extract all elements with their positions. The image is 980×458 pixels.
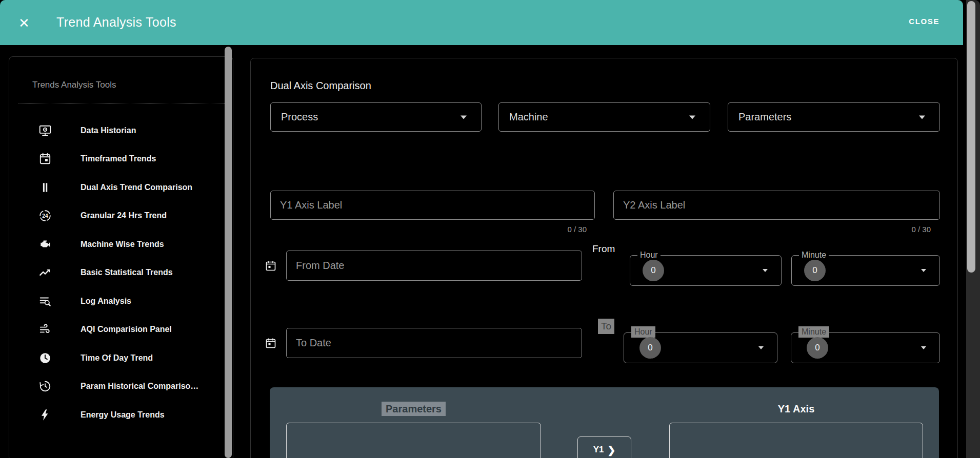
y2-char-counter: 0 / 30 [613, 225, 940, 234]
to-date-input[interactable] [287, 328, 582, 358]
close-button[interactable]: CLOSE [909, 17, 939, 26]
sidebar-item-energy-usage-trends[interactable]: Energy Usage Trends [9, 401, 225, 429]
to-minute-select[interactable]: Minute 0 [791, 332, 940, 363]
sidebar-item-label: Dual Axis Trend Comparison [81, 183, 192, 192]
sidebar-item-label: Energy Usage Trends [81, 410, 165, 420]
sidebar-list: Data Historian Timeframed Trends Dual Ax… [9, 116, 225, 429]
to-date-calendar-icon[interactable] [265, 337, 277, 349]
sidebar-scrollbar-thumb[interactable] [225, 47, 232, 458]
24-hours-icon: 24 [38, 209, 52, 222]
sidebar-item-label: Param Historical Compariso… [81, 382, 198, 391]
sidebar-title: Trends Analysis Tools [32, 80, 116, 90]
move-to-y1-button-label: Y1 [593, 445, 604, 455]
parameters-list-header-text: Parameters [382, 402, 446, 416]
from-section-label: From [592, 243, 615, 255]
to-minute-label: Minute [798, 326, 829, 338]
sidebar-item-granular-24hrs-trend[interactable]: 24 Granular 24 Hrs Trend [9, 202, 225, 231]
chevron-down-icon [919, 115, 925, 119]
chevron-down-icon [763, 269, 768, 272]
engine-icon [38, 238, 52, 251]
parameters-select-value: Parameters [738, 111, 791, 123]
parameters-select[interactable]: Parameters [728, 102, 940, 132]
chevron-down-icon [758, 346, 764, 349]
from-date-field [286, 251, 582, 281]
from-minute-select[interactable]: Minute 0 [791, 255, 940, 286]
sidebar-item-timeframed-trends[interactable]: Timeframed Trends [9, 145, 225, 174]
process-select[interactable]: Process [270, 102, 482, 132]
chevron-down-icon [921, 346, 926, 349]
y1-char-counter: 0 / 30 [270, 225, 595, 234]
dialog-header: ✕ Trend Analysis Tools CLOSE [0, 0, 963, 45]
sidebar-item-aqi-comparision-panel[interactable]: AQI Comparision Panel [9, 316, 225, 344]
y1-axis-list-header: Y1 Axis [669, 403, 923, 415]
close-x-icon[interactable]: ✕ [15, 14, 33, 32]
to-hour-value-chip: 0 [639, 337, 661, 359]
y2-axis-label-field [613, 191, 940, 220]
parameters-list-box[interactable] [286, 423, 541, 458]
sidebar-divider [18, 103, 225, 104]
parameters-list-header: Parameters [286, 403, 541, 415]
trend-analysis-dialog: ✕ Trend Analysis Tools CLOSE Trends Anal… [0, 0, 980, 458]
sidebar-item-log-analysis[interactable]: Log Analysis [9, 287, 225, 316]
sidebar-item-dual-axis-trend-comparison[interactable]: Dual Axis Trend Comparison [9, 173, 225, 202]
sidebar: Trends Analysis Tools Data Historian Tim… [9, 56, 233, 458]
y2-axis-label-input[interactable] [614, 191, 939, 219]
sidebar-item-time-of-day-trend[interactable]: Time Of Day Trend [9, 344, 225, 372]
page-scrollbar-thumb[interactable] [967, 1, 975, 273]
move-to-y1-button[interactable]: Y1 ❯ [577, 436, 631, 458]
air-icon [38, 323, 52, 336]
to-section-label: To [598, 319, 614, 334]
chevron-down-icon [689, 115, 695, 119]
history-icon [38, 380, 52, 393]
chevron-right-icon: ❯ [607, 444, 615, 456]
sidebar-item-label: Log Analysis [81, 297, 131, 306]
chevron-down-icon [921, 269, 926, 272]
from-date-input[interactable] [287, 251, 582, 280]
y1-axis-label-field [270, 191, 595, 220]
sidebar-item-label: Machine Wise Trends [81, 240, 164, 249]
sidebar-item-label: Time Of Day Trend [81, 353, 153, 363]
sidebar-item-data-historian[interactable]: Data Historian [9, 116, 225, 145]
sidebar-item-label: AQI Comparision Panel [81, 325, 172, 334]
sidebar-item-basic-statistical-trends[interactable]: Basic Statistical Trends [9, 259, 225, 287]
dual-axis-comparison-panel: Dual Axis Comparison Process Machine Par… [250, 58, 958, 458]
sidebar-item-param-historical-comparison[interactable]: Param Historical Compariso… [9, 372, 225, 401]
calendar-icon [38, 152, 52, 165]
chevron-down-icon [461, 115, 467, 119]
sidebar-item-machine-wise-trends[interactable]: Machine Wise Trends [9, 230, 225, 259]
machine-select[interactable]: Machine [498, 102, 710, 132]
to-minute-value-chip: 0 [807, 337, 828, 359]
bolt-icon [38, 408, 52, 422]
to-date-field [286, 328, 582, 358]
y1-axis-label-input[interactable] [271, 191, 594, 219]
from-hour-select[interactable]: Hour 0 [630, 255, 782, 286]
parameter-transfer-panel: Parameters Y1 Axis Y1 ❯ [270, 387, 939, 458]
to-hour-select[interactable]: Hour 0 [624, 332, 777, 363]
from-minute-value-chip: 0 [804, 260, 826, 281]
from-date-calendar-icon[interactable] [265, 260, 277, 272]
clock-icon [38, 351, 52, 365]
from-hour-label: Hour [637, 251, 661, 260]
to-hour-label: Hour [631, 326, 655, 338]
log-search-icon [38, 295, 52, 308]
dual-bars-icon [38, 181, 52, 194]
trending-up-icon [38, 266, 52, 279]
y1-axis-list-box[interactable] [669, 423, 923, 458]
process-select-value: Process [281, 111, 318, 123]
sidebar-item-label: Timeframed Trends [81, 154, 156, 163]
sidebar-item-label: Granular 24 Hrs Trend [81, 211, 167, 220]
sidebar-item-label: Basic Statistical Trends [81, 268, 173, 277]
sidebar-item-label: Data Historian [81, 126, 136, 135]
svg-text:24: 24 [42, 213, 48, 219]
section-title: Dual Axis Comparison [270, 80, 371, 92]
monitor-eye-icon [38, 124, 52, 137]
from-minute-label: Minute [799, 251, 829, 260]
from-hour-value-chip: 0 [643, 260, 664, 281]
machine-select-value: Machine [509, 111, 548, 123]
dialog-title: Trend Analysis Tools [56, 15, 176, 30]
